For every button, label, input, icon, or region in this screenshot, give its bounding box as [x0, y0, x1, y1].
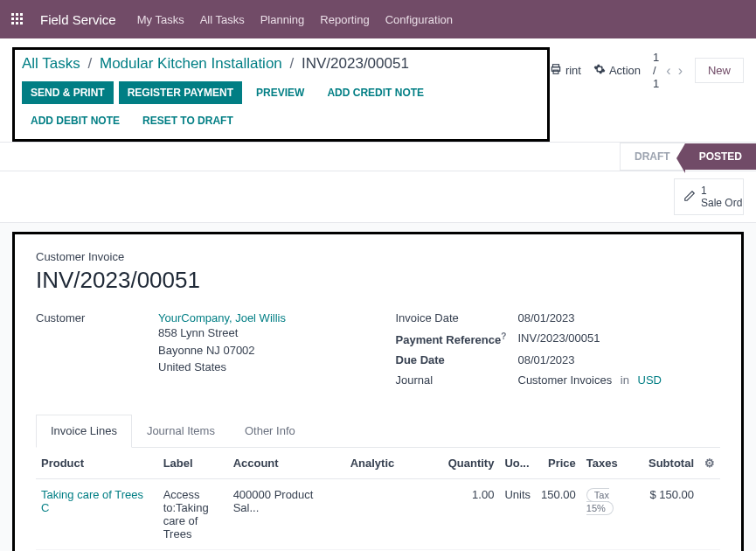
breadcrumb-root[interactable]: All Tasks	[22, 55, 80, 72]
action-button[interactable]: Action	[593, 63, 641, 78]
line-uom[interactable]: Units	[499, 479, 536, 550]
info-col-right: Invoice Date 08/01/2023 Payment Referenc…	[396, 311, 721, 394]
button-row: SEND & PRINT REGISTER PAYMENT PREVIEW AD…	[22, 81, 540, 132]
right-controls: rint Action 1 / 1 ‹ › New	[550, 47, 744, 90]
add-debit-note-button[interactable]: ADD DEBIT NOTE	[22, 109, 128, 132]
sale-order-label: Sale Ord...	[701, 197, 744, 209]
edit-icon	[683, 190, 696, 205]
product-link[interactable]: Taking care of Trees C	[41, 488, 143, 514]
breadcrumb-current: INV/2023/00051	[302, 55, 409, 72]
customer-address-1: 858 Lynn Street	[158, 324, 286, 342]
nav-all-tasks[interactable]: All Tasks	[200, 13, 245, 26]
col-price[interactable]: Price	[536, 448, 581, 479]
svg-rect-5	[20, 17, 23, 20]
svg-rect-1	[16, 13, 18, 16]
sale-order-count: 1	[701, 185, 707, 197]
breadcrumb-bar: All Tasks / Modular Kitchen Installation…	[0, 38, 756, 143]
reset-to-draft-button[interactable]: RESET TO DRAFT	[134, 109, 242, 132]
invoice-date[interactable]: 08/01/2023	[518, 311, 575, 324]
info-col-left: Customer YourCompany, Joel Willis 858 Ly…	[36, 311, 361, 394]
customer-address-2: Bayonne NJ 07002	[158, 342, 286, 359]
customer-label: Customer	[36, 311, 158, 324]
svg-rect-0	[11, 13, 14, 16]
nav-planning[interactable]: Planning	[260, 13, 305, 26]
pager-text: 1 / 1	[653, 51, 659, 90]
tab-journal-items[interactable]: Journal Items	[132, 415, 230, 447]
help-sup[interactable]: ?	[501, 331, 506, 341]
due-date[interactable]: 08/01/2023	[518, 353, 575, 366]
column-settings-icon[interactable]: ⚙	[704, 457, 715, 470]
line-price[interactable]: 150.00	[536, 479, 581, 550]
svg-rect-2	[20, 13, 23, 16]
invoice-date-label: Invoice Date	[396, 311, 518, 324]
gear-icon	[593, 63, 606, 78]
col-product[interactable]: Product	[36, 448, 158, 479]
tab-other-info[interactable]: Other Info	[230, 415, 310, 447]
apps-icon[interactable]	[10, 12, 24, 26]
journal-value[interactable]: Customer Invoices in USD	[518, 373, 662, 387]
invoice-number: INV/2023/00051	[36, 267, 720, 294]
tax-pill[interactable]: Tax 15%	[586, 488, 614, 515]
pager: 1 / 1 ‹ ›	[653, 51, 683, 90]
svg-rect-4	[16, 17, 18, 20]
line-quantity[interactable]: 1.00	[443, 479, 500, 550]
col-taxes[interactable]: Taxes	[581, 448, 643, 479]
invoice-lines-table: Product Label Account Analytic Quantity …	[36, 448, 720, 551]
register-payment-button[interactable]: REGISTER PAYMENT	[119, 81, 242, 104]
status-bar: DRAFT POSTED	[0, 143, 756, 171]
col-uom[interactable]: Uo...	[499, 448, 536, 479]
svg-rect-3	[11, 17, 14, 20]
col-account[interactable]: Account	[228, 448, 345, 479]
nav-configuration[interactable]: Configuration	[385, 13, 453, 26]
line-analytic[interactable]	[345, 479, 443, 550]
line-label[interactable]: Access to:Taking care of Trees	[158, 479, 228, 550]
sale-order-button[interactable]: 1 Sale Ord...	[674, 178, 744, 215]
col-subtotal[interactable]: Subtotal	[643, 448, 699, 479]
preview-button[interactable]: PREVIEW	[247, 81, 313, 104]
status-draft[interactable]: DRAFT	[620, 143, 685, 171]
journal-label: Journal	[396, 373, 518, 387]
breadcrumb-sep: /	[88, 55, 93, 72]
breadcrumb: All Tasks / Modular Kitchen Installation…	[22, 55, 540, 73]
table-row[interactable]: Taking care of Trees CAccess to:Taking c…	[36, 479, 720, 550]
new-button[interactable]: New	[695, 58, 744, 83]
svg-rect-6	[11, 22, 14, 24]
due-date-label: Due Date	[396, 353, 518, 366]
nav-reporting[interactable]: Reporting	[320, 13, 369, 26]
col-label[interactable]: Label	[158, 448, 228, 479]
pager-prev[interactable]: ‹	[666, 63, 670, 79]
app-title[interactable]: Field Service	[40, 12, 116, 27]
info-grid: Customer YourCompany, Joel Willis 858 Ly…	[36, 311, 720, 394]
action-label: Action	[609, 64, 641, 77]
svg-rect-8	[20, 22, 23, 24]
line-account[interactable]: 400000 Product Sal...	[228, 479, 345, 550]
col-quantity[interactable]: Quantity	[443, 448, 500, 479]
line-subtotal[interactable]: $ 150.00	[643, 479, 699, 550]
payment-ref-label: Payment Reference?	[396, 331, 518, 346]
print-icon[interactable]	[550, 63, 562, 78]
customer-name[interactable]: YourCompany, Joel Willis	[158, 311, 286, 324]
breadcrumb-block: All Tasks / Modular Kitchen Installation…	[12, 47, 550, 142]
nav-my-tasks[interactable]: My Tasks	[137, 13, 184, 26]
tab-invoice-lines[interactable]: Invoice Lines	[36, 415, 132, 448]
payment-ref[interactable]: INV/2023/00051	[518, 331, 600, 345]
tabs: Invoice Lines Journal Items Other Info	[36, 415, 720, 448]
line-taxes[interactable]: Tax 15%	[581, 479, 643, 550]
breadcrumb-mid[interactable]: Modular Kitchen Installation	[100, 55, 282, 72]
currency[interactable]: USD	[638, 373, 662, 387]
print-label-partial: rint	[565, 64, 581, 77]
svg-rect-7	[16, 22, 18, 24]
send-print-button[interactable]: SEND & PRINT	[22, 81, 114, 104]
status-posted[interactable]: POSTED	[685, 143, 756, 170]
col-analytic[interactable]: Analytic	[345, 448, 443, 479]
invoice-heading-small: Customer Invoice	[36, 250, 720, 263]
topbar: Field Service My Tasks All Tasks Plannin…	[0, 0, 756, 38]
add-credit-note-button[interactable]: ADD CREDIT NOTE	[318, 81, 433, 104]
sale-order-box: 1 Sale Ord...	[0, 171, 756, 223]
breadcrumb-sep: /	[290, 55, 295, 72]
invoice-body: Customer Invoice INV/2023/00051 Customer…	[12, 232, 744, 551]
pager-next[interactable]: ›	[678, 63, 683, 79]
customer-address-3: United States	[158, 359, 286, 376]
